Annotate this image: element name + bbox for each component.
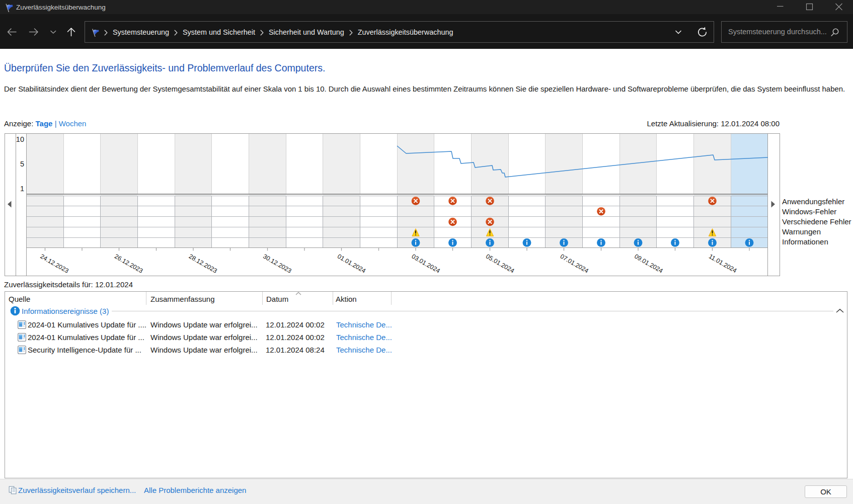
- svg-text:28.12.2023: 28.12.2023: [188, 253, 218, 274]
- svg-text:26.12.2023: 26.12.2023: [113, 253, 144, 274]
- svg-text:11.01.2024: 11.01.2024: [708, 253, 738, 274]
- svg-text:5: 5: [20, 160, 24, 168]
- svg-text:05.01.2024: 05.01.2024: [485, 253, 515, 274]
- svg-text:01.01.2024: 01.01.2024: [336, 253, 367, 274]
- svg-text:24.12.2023: 24.12.2023: [39, 253, 70, 274]
- svg-text:30.12.2023: 30.12.2023: [262, 253, 292, 274]
- svg-text:09.01.2024: 09.01.2024: [633, 253, 664, 274]
- svg-text:03.01.2024: 03.01.2024: [411, 253, 441, 274]
- svg-text:10: 10: [16, 135, 24, 143]
- svg-text:07.01.2024: 07.01.2024: [559, 253, 590, 274]
- svg-text:1: 1: [20, 185, 24, 193]
